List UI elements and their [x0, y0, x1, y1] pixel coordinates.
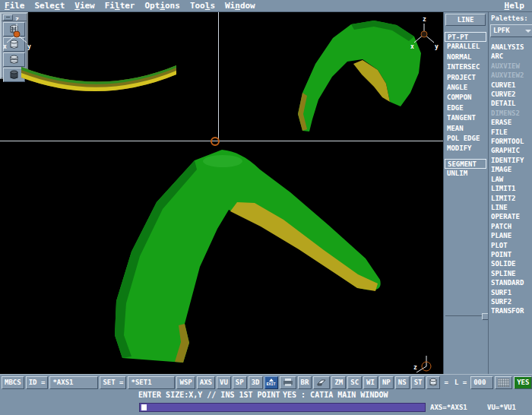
palette-minimize-button[interactable] — [3, 14, 13, 21]
palette-item[interactable]: CURVE2 — [491, 90, 532, 99]
yes-button[interactable]: YES — [514, 376, 532, 389]
function-item[interactable]: EDGE — [445, 103, 488, 113]
menu-view[interactable]: View — [74, 1, 95, 11]
function-item[interactable]: ANGLE — [445, 83, 488, 93]
id-label-button[interactable]: ID = — [26, 376, 49, 389]
function-item[interactable]: TANGENT — [445, 113, 488, 123]
palette-item-disabled: AUXVIEW2 — [491, 71, 532, 80]
palette-item[interactable]: SOLIDE — [491, 259, 532, 268]
panel-resize-handle[interactable] — [445, 315, 483, 316]
np-button[interactable]: NP — [379, 376, 394, 389]
function-item-selected[interactable]: PT-PT — [445, 32, 486, 42]
grid-button[interactable] — [495, 376, 512, 389]
palette-item[interactable]: OPERATE — [491, 212, 532, 221]
palette-item[interactable]: GRAPHIC — [491, 146, 532, 155]
palette-item[interactable]: SPLINE — [491, 269, 532, 278]
palette-item[interactable]: PLOT — [491, 241, 532, 250]
palette-item[interactable]: TRANSFOR — [491, 306, 532, 315]
palette-item[interactable]: CURVE1 — [491, 81, 532, 90]
palette-item[interactable]: ANALYSIS — [491, 43, 532, 52]
palette-item[interactable]: LAW — [491, 175, 532, 184]
mbcs-button[interactable]: MBCS — [2, 376, 24, 389]
palette-item[interactable]: FILE — [491, 128, 532, 137]
label-part: iew — [80, 1, 95, 11]
palette-item[interactable]: SURF1 — [491, 288, 532, 297]
viewport-area[interactable]: z x y z x y z — [0, 12, 443, 374]
print-button[interactable] — [280, 376, 296, 389]
palette-item-disabled: AUXVIEW — [491, 62, 532, 71]
palette-item[interactable]: IDENTIFY — [491, 156, 532, 165]
palette-item[interactable]: POINT — [491, 250, 532, 259]
function-item[interactable]: COMPON — [445, 93, 488, 103]
palette-item[interactable]: LIMIT2 — [491, 194, 532, 203]
ns-button[interactable]: NS — [395, 376, 410, 389]
wi-button[interactable]: WI — [363, 376, 378, 389]
current-view-readout: VU=*VU1 — [487, 404, 516, 411]
menu-file[interactable]: File — [5, 1, 25, 11]
bottom-toolbar: MBCS ID = *AXS1 SET = *SET1 WSP AXS VU S… — [0, 374, 532, 390]
exit-label: EXIT — [267, 382, 276, 386]
palette-item[interactable]: PLANE — [491, 231, 532, 240]
palette-item[interactable]: LINE — [491, 203, 532, 212]
axs-button[interactable]: AXS — [197, 376, 215, 389]
function-subitem-selected[interactable]: SEGMENT — [445, 159, 486, 169]
model-front-view — [298, 21, 421, 131]
printer-icon — [283, 378, 293, 387]
br-button[interactable]: BR — [298, 376, 312, 389]
zm-button[interactable]: ZM — [331, 376, 346, 389]
viewport-graphics: z x y z x y z — [0, 12, 443, 374]
palette-item[interactable]: FORMTOOL — [491, 137, 532, 146]
accel-letter: l — [115, 1, 120, 11]
id-value-field[interactable]: *AXS1 — [49, 376, 98, 389]
sc-button[interactable]: SC — [347, 376, 362, 389]
function-item[interactable]: NORMAL — [445, 52, 488, 62]
function-item[interactable]: PARALLEL — [445, 42, 488, 52]
layer-value-field[interactable]: 000 — [470, 376, 493, 389]
palette-item[interactable]: LIMIT1 — [491, 184, 532, 193]
function-item[interactable]: MODIFY — [445, 144, 488, 154]
menu-options[interactable]: Options — [145, 1, 180, 11]
palette-item[interactable]: SURF2 — [491, 297, 532, 306]
palette-item[interactable]: PATCH — [491, 222, 532, 231]
label-part: s — [210, 1, 215, 11]
st-button[interactable]: ST — [411, 376, 426, 389]
set-value-field[interactable]: *SET1 — [128, 376, 175, 389]
palette-titlebar[interactable] — [2, 14, 27, 21]
palette-item[interactable]: IMAGE — [491, 165, 532, 174]
function-menu-title[interactable]: LINE — [445, 14, 486, 26]
palette-item[interactable]: DETAIL — [491, 99, 532, 108]
menu-filter[interactable]: Filter — [105, 1, 135, 11]
vu-button[interactable]: VU — [217, 376, 231, 389]
text-cursor — [141, 404, 147, 410]
menu-help[interactable]: Help — [505, 1, 525, 11]
function-menu-list: PT-PT PARALLEL NORMAL INTERSEC PROJECT A… — [445, 32, 488, 154]
function-subitem[interactable]: UNLIM — [445, 169, 488, 179]
sp-button[interactable]: SP — [233, 376, 247, 389]
3d-button[interactable]: 3D — [249, 376, 263, 389]
palette-item[interactable]: ARC — [491, 52, 532, 61]
menu-select[interactable]: Select — [35, 1, 65, 11]
label-part: dow — [240, 1, 255, 11]
function-item[interactable]: PROJECT — [445, 73, 488, 83]
palette-item[interactable]: STANDARD — [491, 278, 532, 287]
command-input[interactable] — [139, 403, 426, 412]
accel-letter: c — [55, 1, 60, 11]
function-item[interactable]: MEAN — [445, 124, 488, 134]
wsp-button[interactable]: WSP — [176, 376, 195, 389]
function-item[interactable]: INTERSEC — [445, 62, 488, 72]
exit-button[interactable]: EXIT — [264, 376, 278, 389]
palettes-list: ANALYSIS ARC AUXVIEW AUXVIEW2 CURVE1 CUR… — [491, 43, 532, 316]
palette-item[interactable]: ERASE — [491, 118, 532, 127]
function-item[interactable]: POL EDGE — [445, 134, 488, 144]
palettes-dropdown-value: LPFK — [493, 27, 510, 34]
layer-filter-button[interactable] — [426, 376, 440, 389]
menu-window[interactable]: Window — [225, 1, 255, 11]
layer-label: L = — [452, 377, 469, 388]
active-window-label: YES : CATIA MAIN WINDOW — [283, 391, 388, 399]
current-axis-readout: AXS=*AXS1 — [430, 404, 467, 411]
set-label-button[interactable]: SET = — [100, 376, 126, 389]
menu-tools[interactable]: Tools — [190, 1, 215, 11]
palettes-column: Palettes: LPFK ANALYSIS ARC AUXVIEW AUXV… — [488, 12, 532, 374]
palettes-dropdown[interactable]: LPFK — [490, 24, 532, 37]
eraser-button[interactable] — [313, 376, 330, 389]
